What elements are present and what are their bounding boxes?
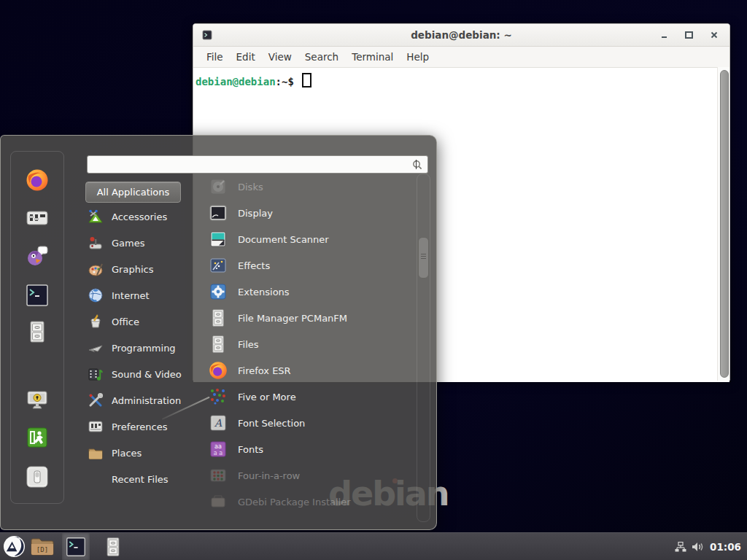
volume-tray-button[interactable] xyxy=(692,542,705,552)
system-tray: 01:06 xyxy=(675,541,747,553)
favorite-firefox-button[interactable] xyxy=(26,168,49,192)
menu-terminal[interactable]: Terminal xyxy=(345,48,400,66)
category-programming[interactable]: Programming xyxy=(88,335,206,360)
category-games[interactable]: Games xyxy=(88,230,206,255)
app-label: Fonts xyxy=(238,444,263,455)
app-item-display[interactable]: Display xyxy=(209,200,416,226)
category-office[interactable]: Office xyxy=(88,309,206,334)
app-item-effects[interactable]: Effects xyxy=(209,252,416,279)
window-title: debian@debian: ~ xyxy=(193,29,729,41)
log-out-icon xyxy=(26,426,49,449)
app-item-extensions[interactable]: Extensions xyxy=(209,279,416,305)
menu-view[interactable]: View xyxy=(262,48,298,66)
log-out-button[interactable] xyxy=(26,426,49,449)
category-places[interactable]: Places xyxy=(88,440,206,465)
category-preferences[interactable]: Preferences xyxy=(88,414,206,439)
clock[interactable]: 01:06 xyxy=(710,541,741,553)
files-launcher[interactable] xyxy=(98,533,128,560)
menu-search-box[interactable] xyxy=(87,155,428,174)
firefox-icon xyxy=(209,361,228,380)
terminal-titlebar[interactable]: debian@debian: ~ xyxy=(193,24,729,47)
menu-help[interactable]: Help xyxy=(400,48,436,66)
terminal-scrollbar-thumb[interactable] xyxy=(720,70,729,378)
minimize-icon xyxy=(662,36,667,38)
terminal-app-icon xyxy=(202,30,212,40)
favorites-sidebar xyxy=(10,151,64,504)
start-menu-button[interactable] xyxy=(0,533,28,560)
terminal-scrollbar[interactable] xyxy=(717,67,729,381)
disks-icon xyxy=(209,177,228,196)
app-item-font-selection[interactable]: A Font Selection xyxy=(209,410,416,436)
favorite-file-manager-button[interactable] xyxy=(26,320,49,343)
favorite-settings-button[interactable] xyxy=(26,206,49,230)
extensions-gear-icon xyxy=(209,282,228,301)
network-tray-button[interactable] xyxy=(675,542,686,552)
maximize-button[interactable] xyxy=(684,30,694,41)
sound-video-icon xyxy=(88,366,104,382)
category-label: Accessories xyxy=(112,211,167,222)
category-label: All Applications xyxy=(97,187,170,198)
gdebi-icon xyxy=(209,492,228,511)
category-all-applications[interactable]: All Applications xyxy=(85,182,181,203)
menu-search[interactable]: Search xyxy=(298,48,345,66)
app-item-file-manager-pcmanfm[interactable]: File Manager PCManFM xyxy=(209,305,416,331)
category-label: Graphics xyxy=(112,264,153,275)
terminal-icon xyxy=(66,537,86,557)
category-accessories[interactable]: Accessories xyxy=(88,204,206,229)
favorite-terminal-button[interactable] xyxy=(26,284,49,307)
app-item-disks[interactable]: Disks xyxy=(209,174,416,200)
office-icon xyxy=(88,314,104,330)
terminal-taskbar-button[interactable] xyxy=(62,533,90,560)
menu-scrollbar-thumb[interactable] xyxy=(418,237,429,279)
app-label: Display xyxy=(238,208,273,219)
app-item-five-or-more[interactable]: Five or More xyxy=(209,384,416,410)
app-item-fonts[interactable]: aa a a Fonts xyxy=(209,436,416,462)
app-label: Four-in-a-row xyxy=(238,470,300,481)
app-item-gdebi-package-installer[interactable]: GDebi Package Installer xyxy=(209,489,416,515)
administration-icon xyxy=(88,392,104,408)
app-label: Document Scanner xyxy=(238,234,329,245)
shut-down-button[interactable] xyxy=(26,465,49,489)
lock-screen-button[interactable] xyxy=(26,388,49,411)
minimize-button[interactable] xyxy=(659,30,670,41)
category-administration[interactable]: Administration xyxy=(88,388,206,413)
prompt-path: :~$ xyxy=(276,76,294,88)
font-selection-icon: A xyxy=(209,413,228,432)
category-label: Preferences xyxy=(112,421,167,432)
app-item-firefox-esr[interactable]: Firefox ESR xyxy=(209,357,416,384)
close-icon xyxy=(711,31,718,39)
four-in-a-row-icon xyxy=(209,466,228,485)
close-button[interactable] xyxy=(708,30,719,41)
shut-down-icon xyxy=(26,465,49,489)
app-label: Firefox ESR xyxy=(238,365,291,376)
menu-file[interactable]: File xyxy=(200,48,230,66)
category-graphics[interactable]: Graphics xyxy=(88,257,206,281)
menu-edit[interactable]: Edit xyxy=(230,48,262,66)
category-label: Games xyxy=(112,238,144,249)
category-label: Programming xyxy=(112,343,176,354)
app-item-files[interactable]: Files xyxy=(209,331,416,357)
favorite-pidgin-button[interactable] xyxy=(26,244,49,268)
internet-globe-icon xyxy=(88,287,104,303)
preferences-icon xyxy=(88,419,104,435)
category-internet[interactable]: Internet xyxy=(88,283,206,308)
start-menu-icon xyxy=(3,535,26,558)
pidgin-icon xyxy=(26,244,49,268)
file-manager-launcher[interactable]: [D] xyxy=(28,533,57,560)
app-label: GDebi Package Installer xyxy=(238,497,351,508)
maximize-icon xyxy=(685,31,693,39)
app-label: Five or More xyxy=(238,392,296,402)
category-label: Internet xyxy=(112,290,150,301)
app-label: Font Selection xyxy=(238,418,305,429)
menu-scrollbar[interactable] xyxy=(417,174,430,522)
effects-icon xyxy=(209,256,228,275)
app-item-four-in-a-row[interactable]: Four-in-a-row xyxy=(209,462,416,489)
category-sound-video[interactable]: Sound & Video xyxy=(88,362,206,386)
category-label: Places xyxy=(112,448,142,459)
file-cabinet-icon xyxy=(103,536,123,558)
file-cabinet-icon xyxy=(26,320,49,343)
debian-folder-glyph: [D] xyxy=(36,546,48,553)
category-label: Sound & Video xyxy=(112,369,182,380)
graphics-icon xyxy=(88,261,104,277)
app-item-document-scanner[interactable]: Document Scanner xyxy=(209,226,416,252)
